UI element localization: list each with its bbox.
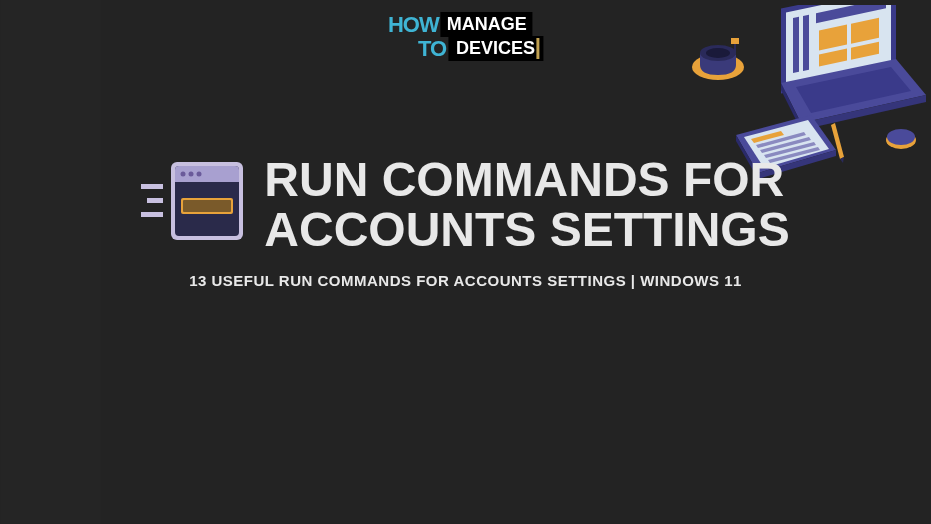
hero-section: RUN COMMANDS FOR ACCOUNTS SETTINGS xyxy=(0,155,931,256)
logo-word-manage: MANAGE xyxy=(441,12,533,37)
site-logo: HOW MANAGE TO DEVICES xyxy=(388,12,543,62)
main-heading: RUN COMMANDS FOR ACCOUNTS SETTINGS xyxy=(264,155,789,256)
svg-rect-4 xyxy=(731,38,739,44)
logo-accent-bar xyxy=(536,38,539,59)
svg-rect-5 xyxy=(793,17,799,73)
subtitle-text: 13 USEFUL RUN COMMANDS FOR ACCOUNTS SETT… xyxy=(0,272,931,289)
run-window-icon xyxy=(141,156,246,255)
svg-point-23 xyxy=(197,171,202,176)
svg-rect-16 xyxy=(141,212,163,217)
svg-point-13 xyxy=(887,129,915,145)
logo-word-how: HOW xyxy=(388,12,439,38)
heading-line-1: RUN COMMANDS FOR xyxy=(264,153,784,206)
heading-line-2: ACCOUNTS SETTINGS xyxy=(264,203,789,256)
svg-rect-20 xyxy=(175,178,239,182)
logo-word-to: TO xyxy=(418,36,446,62)
svg-point-21 xyxy=(181,171,186,176)
svg-point-2 xyxy=(706,48,730,58)
svg-rect-25 xyxy=(183,200,231,212)
svg-point-22 xyxy=(189,171,194,176)
svg-rect-14 xyxy=(141,184,163,189)
svg-rect-6 xyxy=(803,15,809,71)
logo-word-devices: DEVICES xyxy=(448,36,543,61)
svg-rect-15 xyxy=(147,198,163,203)
